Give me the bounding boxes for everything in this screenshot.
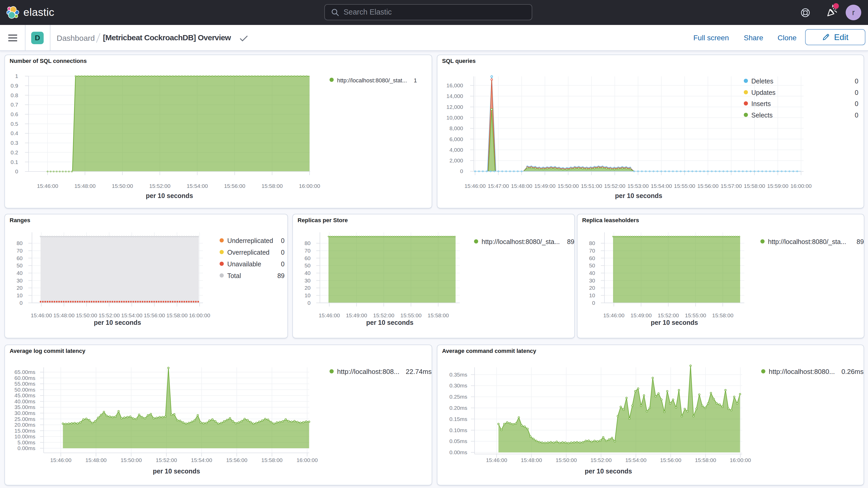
svg-text:15:58:00: 15:58:00: [695, 457, 716, 463]
svg-text:0.00ms: 0.00ms: [18, 445, 35, 451]
svg-text:60: 60: [17, 255, 23, 261]
svg-text:per 10 seconds: per 10 seconds: [651, 319, 698, 326]
svg-text:15:47:00: 15:47:00: [488, 183, 509, 189]
svg-text:20.00ms: 20.00ms: [14, 422, 35, 428]
svg-text:0: 0: [460, 168, 463, 174]
svg-text:50.00ms: 50.00ms: [14, 387, 35, 393]
svg-text:15:46:00: 15:46:00: [319, 312, 340, 318]
svg-text:15:56:00: 15:56:00: [144, 312, 165, 318]
svg-text:15:55:00: 15:55:00: [401, 312, 422, 318]
svg-text:10: 10: [17, 292, 23, 298]
svg-text:0.25ms: 0.25ms: [450, 394, 467, 400]
svg-text:70: 70: [305, 248, 311, 254]
svg-text:0.8: 0.8: [11, 92, 18, 98]
svg-text:15:55:00: 15:55:00: [685, 312, 706, 318]
svg-text:8,000: 8,000: [450, 125, 463, 131]
svg-text:15:55:00: 15:55:00: [674, 183, 695, 189]
svg-text:15:46:00: 15:46:00: [486, 457, 507, 463]
svg-text:15:46:00: 15:46:00: [37, 183, 58, 189]
svg-text:0.7: 0.7: [11, 101, 18, 108]
svg-text:15:54:00: 15:54:00: [191, 457, 212, 463]
svg-text:15:50:00: 15:50:00: [558, 183, 579, 189]
svg-text:0.5: 0.5: [11, 121, 18, 127]
svg-text:15:56:00: 15:56:00: [224, 183, 245, 189]
svg-text:15:46:00: 15:46:00: [50, 457, 71, 463]
svg-text:per 10 seconds: per 10 seconds: [94, 319, 141, 326]
svg-text:0: 0: [592, 300, 595, 306]
svg-text:15:58:00: 15:58:00: [428, 312, 449, 318]
svg-text:15:51:00: 15:51:00: [581, 183, 602, 189]
svg-text:15:58:00: 15:58:00: [166, 312, 188, 318]
svg-text:15:46:00: 15:46:00: [31, 312, 52, 318]
svg-text:1: 1: [15, 73, 18, 79]
svg-text:70: 70: [589, 248, 595, 254]
svg-text:15:54:00: 15:54:00: [121, 312, 143, 318]
svg-text:15:59:00: 15:59:00: [767, 183, 788, 189]
svg-text:0.3: 0.3: [11, 140, 18, 146]
svg-text:15:52:00: 15:52:00: [590, 457, 612, 463]
svg-text:40.00ms: 40.00ms: [14, 398, 35, 404]
svg-text:16:00:00: 16:00:00: [189, 312, 210, 318]
svg-text:60: 60: [589, 255, 595, 261]
svg-text:15:48:00: 15:48:00: [521, 457, 542, 463]
svg-text:0.1: 0.1: [11, 159, 18, 165]
svg-text:0.20ms: 0.20ms: [450, 405, 467, 411]
svg-text:20: 20: [17, 285, 23, 291]
svg-text:15:54:00: 15:54:00: [651, 183, 672, 189]
svg-text:4,000: 4,000: [450, 147, 463, 153]
svg-text:80: 80: [305, 240, 311, 246]
svg-text:15:53:00: 15:53:00: [627, 183, 649, 189]
svg-text:80: 80: [17, 240, 23, 246]
svg-text:0.4: 0.4: [11, 130, 19, 136]
svg-text:40: 40: [17, 270, 23, 276]
svg-text:60: 60: [305, 255, 311, 261]
svg-text:0.05ms: 0.05ms: [450, 438, 467, 444]
svg-text:50: 50: [17, 263, 23, 268]
svg-text:15:58:00: 15:58:00: [712, 312, 733, 318]
svg-text:16:00:00: 16:00:00: [790, 183, 812, 189]
svg-text:per 10 seconds: per 10 seconds: [585, 467, 632, 475]
svg-text:80: 80: [589, 240, 595, 246]
svg-text:per 10 seconds: per 10 seconds: [615, 192, 662, 199]
svg-text:0: 0: [20, 300, 23, 306]
svg-text:15:46:00: 15:46:00: [464, 183, 486, 189]
svg-text:0.6: 0.6: [11, 111, 18, 117]
svg-text:14,000: 14,000: [446, 93, 463, 99]
svg-text:0.10ms: 0.10ms: [450, 427, 467, 433]
svg-text:15:48:00: 15:48:00: [511, 183, 532, 189]
svg-text:16:00:00: 16:00:00: [730, 457, 751, 463]
svg-text:15:56:00: 15:56:00: [660, 457, 681, 463]
svg-text:per 10 seconds: per 10 seconds: [153, 467, 200, 475]
svg-text:55.00ms: 55.00ms: [14, 381, 35, 387]
svg-text:0: 0: [15, 169, 18, 174]
svg-text:40: 40: [305, 270, 311, 276]
svg-text:12,000: 12,000: [446, 104, 463, 110]
svg-text:16:00:00: 16:00:00: [299, 183, 320, 189]
svg-text:2,000: 2,000: [450, 157, 463, 163]
svg-text:10.00ms: 10.00ms: [14, 433, 35, 439]
svg-text:10: 10: [589, 292, 595, 298]
svg-text:30: 30: [589, 277, 595, 283]
svg-text:60.00ms: 60.00ms: [14, 375, 35, 381]
svg-text:15:54:00: 15:54:00: [187, 183, 208, 189]
svg-text:15.00ms: 15.00ms: [14, 428, 35, 434]
svg-text:20: 20: [305, 285, 311, 291]
svg-text:50: 50: [305, 263, 311, 268]
svg-text:15:58:00: 15:58:00: [261, 457, 283, 463]
svg-text:0.35ms: 0.35ms: [450, 372, 467, 377]
svg-text:25.00ms: 25.00ms: [14, 416, 35, 422]
svg-text:15:52:00: 15:52:00: [149, 183, 170, 189]
svg-text:15:50:00: 15:50:00: [76, 312, 97, 318]
svg-text:15:58:00: 15:58:00: [744, 183, 765, 189]
svg-text:0: 0: [307, 300, 311, 306]
svg-text:15:48:00: 15:48:00: [86, 457, 107, 463]
svg-text:35.00ms: 35.00ms: [14, 404, 35, 410]
svg-text:15:50:00: 15:50:00: [121, 457, 142, 463]
svg-text:per 10 seconds: per 10 seconds: [146, 192, 193, 199]
svg-text:15:50:00: 15:50:00: [556, 457, 577, 463]
svg-text:15:50:00: 15:50:00: [112, 183, 133, 189]
svg-text:5.00ms: 5.00ms: [18, 439, 35, 446]
svg-text:20: 20: [589, 285, 595, 291]
svg-text:45.00ms: 45.00ms: [14, 392, 35, 398]
svg-text:15:49:00: 15:49:00: [534, 183, 556, 189]
